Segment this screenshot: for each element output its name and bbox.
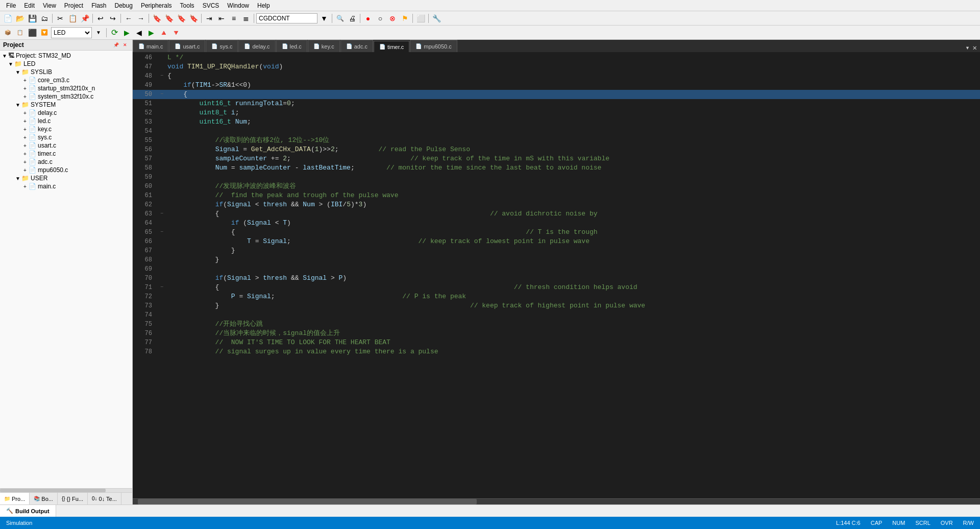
settings-button[interactable]: 🔧 (431, 13, 442, 24)
stop-button[interactable]: ⊗ (387, 13, 398, 24)
cgdcont-dropdown[interactable]: ▼ (318, 13, 330, 24)
menu-view[interactable]: View (39, 1, 60, 10)
bookmark3-button[interactable]: 🔖 (176, 13, 187, 24)
debug-stop-btn[interactable]: 🔻 (170, 27, 181, 38)
run-button[interactable]: ● (362, 13, 374, 24)
horizontal-scrollbar[interactable] (133, 498, 980, 504)
tab-main-c[interactable]: 📄 main.c (133, 40, 168, 52)
fold-button[interactable]: − (158, 71, 165, 81)
copy-button[interactable]: 📋 (67, 13, 78, 24)
panel-close-btn[interactable]: ✕ (121, 41, 129, 49)
pause-button[interactable]: ○ (375, 13, 386, 24)
compile-btn[interactable]: ⟳ (109, 27, 120, 38)
build-all-btn[interactable]: ▶ (121, 27, 132, 38)
menu-debug[interactable]: Debug (111, 1, 137, 10)
tabs-collapse-button[interactable]: ▾ ✕ (962, 43, 980, 52)
toolbar2-btn3[interactable]: ⬛ (27, 27, 38, 38)
bookmark1-button[interactable]: 🔖 (151, 13, 162, 24)
toolbar2-btn1[interactable]: 📦 (2, 27, 13, 38)
tree-key-file[interactable]: + 📄 key.c (0, 125, 132, 133)
tab-delay-c[interactable]: 📄 delay.c (238, 40, 275, 52)
line-number: 74 (133, 310, 158, 320)
toolbar2-btn4[interactable]: 🔽 (39, 27, 50, 38)
tree-main-file[interactable]: + 📄 main.c (0, 182, 132, 190)
open-file-button[interactable]: 📂 (14, 13, 26, 24)
tab-adc-c[interactable]: 📄 adc.c (340, 40, 373, 52)
tree-project-root[interactable]: ▼ 🏗 Project: STM32_MD (0, 52, 132, 60)
target-button[interactable]: ⬜ (415, 13, 426, 24)
bookmark2-button[interactable]: 🔖 (163, 13, 175, 24)
indent-button[interactable]: ⇥ (204, 13, 215, 24)
toolbar2-btn2[interactable]: 📋 (14, 27, 26, 38)
fold-button[interactable]: − (158, 209, 165, 219)
panel-tab-project[interactable]: 📁 Pro... (0, 493, 30, 504)
cut-button[interactable]: ✂ (55, 13, 66, 24)
flash-btn[interactable]: ▶ (145, 27, 157, 38)
code-line-65: 65 − { // T is the trough (133, 228, 980, 237)
tree-sys-file[interactable]: + 📄 sys.c (0, 133, 132, 141)
tree-system-folder[interactable]: ▼ 📁 SYSTEM (0, 101, 132, 109)
tree-syslib-folder[interactable]: ▼ 📁 SYSLIB (0, 68, 132, 76)
tree-startup-file[interactable]: + 📄 startup_stm32f10x_n (0, 84, 132, 92)
paste-button[interactable]: 📌 (79, 13, 90, 24)
code-text: } (165, 255, 980, 264)
undo-button[interactable]: ↩ (95, 13, 106, 24)
bookmark4-button[interactable]: 🔖 (188, 13, 199, 24)
line-number: 57 (133, 154, 158, 163)
menu-window[interactable]: Window (223, 1, 253, 10)
project-dropdown-btn[interactable]: ▼ (93, 27, 104, 38)
menu-flash[interactable]: Flash (87, 1, 110, 10)
format2-button[interactable]: ≣ (240, 13, 252, 24)
tree-adc-file[interactable]: + 📄 adc.c (0, 158, 132, 166)
tab-timer-c[interactable]: 📄 timer.c (374, 41, 409, 53)
format1-button[interactable]: ≡ (228, 13, 239, 24)
tree-user-folder[interactable]: ▼ 📁 USER (0, 174, 132, 182)
menu-peripherals[interactable]: Peripherals (137, 1, 176, 10)
fold-button[interactable]: − (158, 228, 165, 237)
panel-tab-templates[interactable]: 0↓ 0↓ Te... (88, 493, 121, 504)
build-target-btn[interactable]: ◀ (133, 27, 144, 38)
tab-key-c[interactable]: 📄 key.c (308, 40, 340, 52)
line-number: 52 (133, 108, 158, 117)
menu-svcs[interactable]: SVCS (199, 1, 224, 10)
tree-usart-file[interactable]: + 📄 usart.c (0, 141, 132, 150)
save-all-button[interactable]: 🗂 (39, 13, 50, 24)
project-select[interactable]: LED (51, 27, 92, 38)
tab-usart-c[interactable]: 📄 usart.c (169, 40, 205, 52)
line-number: 69 (133, 264, 158, 274)
menu-tools[interactable]: Tools (176, 1, 199, 10)
debug-start-btn[interactable]: 🔺 (158, 27, 169, 38)
tree-delay-file[interactable]: + 📄 delay.c (0, 109, 132, 117)
print-button[interactable]: 🖨 (347, 13, 358, 24)
search-button[interactable]: 🔍 (334, 13, 346, 24)
tab-sys-c[interactable]: 📄 sys.c (206, 40, 238, 52)
fold-button[interactable]: − (158, 90, 165, 99)
tree-timer-file[interactable]: + 📄 timer.c (0, 150, 132, 158)
new-file-button[interactable]: 📄 (2, 13, 13, 24)
save-button[interactable]: 💾 (27, 13, 38, 24)
tree-core-file[interactable]: + 📄 core_cm3.c (0, 76, 132, 84)
build-button[interactable]: ⚑ (399, 13, 410, 24)
line-number: 51 (133, 99, 158, 108)
nav-fwd-button[interactable]: → (135, 13, 146, 24)
tab-led-c[interactable]: 📄 led.c (276, 40, 307, 52)
unindent-button[interactable]: ⇤ (216, 13, 227, 24)
code-editor[interactable]: 46 L */ 47 void TIM1_UP_IRQHandler(void)… (133, 53, 980, 498)
menu-help[interactable]: Help (253, 1, 274, 10)
tree-mpu6050-file[interactable]: + 📄 mpu6050.c (0, 166, 132, 174)
tree-led-file[interactable]: + 📄 led.c (0, 117, 132, 125)
menu-file[interactable]: File (2, 1, 20, 10)
tree-system-file[interactable]: + 📄 system_stm32f10x.c (0, 92, 132, 101)
panel-dock-btn[interactable]: 📌 (112, 41, 120, 49)
cgdcont-input[interactable] (256, 13, 317, 23)
tree-led-folder[interactable]: ▼ 📁 LED (0, 60, 132, 68)
redo-button[interactable]: ↪ (107, 13, 118, 24)
build-output-tab[interactable]: 🔨 Build Output (0, 505, 56, 517)
nav-back-button[interactable]: ← (123, 13, 134, 24)
menu-edit[interactable]: Edit (20, 1, 39, 10)
fold-button[interactable]: − (158, 283, 165, 292)
panel-tab-books[interactable]: 📚 Bo... (30, 493, 58, 504)
menu-project[interactable]: Project (60, 1, 87, 10)
panel-tab-functions[interactable]: {} {} Fu... (58, 493, 88, 504)
tab-mpu6050-c[interactable]: 📄 mpu6050.c (410, 40, 457, 52)
